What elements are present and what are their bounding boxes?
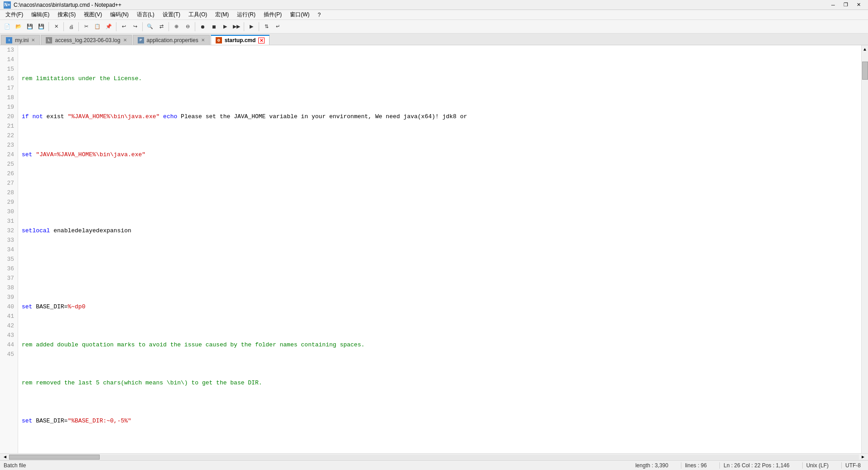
tab-application-props-label: application.properties <box>147 37 198 43</box>
app-icon: N+ <box>4 1 11 9</box>
position-status: Ln : 26 Col : 22 Pos : 1,146 <box>719 462 793 469</box>
editor-container: 13 14 15 16 17 18 19 20 21 22 23 24 25 2… <box>0 45 868 453</box>
menu-run[interactable]: 运行(R) <box>233 10 259 19</box>
tab-access-log[interactable]: L access_log.2023-06-03.log ✕ <box>41 35 131 45</box>
menu-file[interactable]: 文件(F) <box>2 10 27 19</box>
length-status: length : 3,390 <box>632 462 672 469</box>
undo-button[interactable]: ↩ <box>118 21 129 32</box>
line-14: if not exist "%JAVA_HOME%\bin\java.exe" … <box>22 112 858 121</box>
encoding-status: UTF-8 <box>841 462 864 469</box>
tab-my-ini-label: my.ini <box>15 37 29 43</box>
code-kw: if not <box>22 112 43 121</box>
window-controls[interactable]: ─ ❐ ✕ <box>827 1 864 9</box>
code-text: rem <box>22 74 36 83</box>
separator-6 <box>169 22 169 31</box>
file-type-label: Batch file <box>4 462 26 469</box>
line-19: set BASE_DIR=%~dp0 <box>22 302 858 312</box>
status-right: length : 3,390 lines : 96 Ln : 26 Col : … <box>632 462 864 469</box>
line-21: rem removed the last 5 chars(which means… <box>22 378 858 388</box>
tab-access-log-close[interactable]: ✕ <box>123 38 127 43</box>
macro-rec-button[interactable]: ⏺ <box>197 21 208 32</box>
vertical-scrollbar[interactable]: ▲ <box>861 45 868 453</box>
scroll-right-button[interactable]: ▶ <box>859 454 867 460</box>
line-13: rem limitations under the License. <box>22 74 858 83</box>
macro-run-button[interactable]: ▶▶ <box>231 21 242 32</box>
tab-my-ini-close[interactable]: ✕ <box>31 38 35 43</box>
print-button[interactable]: 🖨 <box>66 21 77 32</box>
menu-bar: 文件(F) 编辑(E) 搜索(S) 视图(V) 编码(N) 语言(L) 设置(T… <box>0 10 868 20</box>
paste-button[interactable]: 📌 <box>103 21 114 32</box>
cmd-icon: ⚙ <box>216 37 222 43</box>
props-icon: P <box>138 37 144 43</box>
scrollbar-thumb[interactable] <box>862 62 868 80</box>
menu-view[interactable]: 视图(V) <box>80 10 106 19</box>
menu-language[interactable]: 语言(L) <box>133 10 158 19</box>
word-wrap-button[interactable]: ↵ <box>272 21 283 32</box>
scroll-left-button[interactable]: ◀ <box>1 454 9 460</box>
tab-my-ini[interactable]: i my.ini ✕ <box>1 35 40 45</box>
restore-button[interactable]: ❐ <box>840 1 852 9</box>
menu-settings[interactable]: 设置(T) <box>159 10 184 19</box>
zoom-out-button[interactable]: ⊖ <box>182 21 193 32</box>
separator-8 <box>244 22 244 31</box>
title-bar-left: N+ C:\nacos\nacos\bin\startup.cmd - Note… <box>4 1 121 9</box>
menu-search[interactable]: 搜索(S) <box>54 10 79 19</box>
line-16 <box>22 188 858 197</box>
close-button[interactable]: ✕ <box>853 1 864 9</box>
menu-edit[interactable]: 编辑(E) <box>28 10 53 19</box>
line-ending-status: Unix (LF) <box>802 462 832 469</box>
separator-5 <box>142 22 143 31</box>
menu-macro[interactable]: 宏(M) <box>212 10 232 19</box>
replace-button[interactable]: ⇄ <box>156 21 167 32</box>
macro-stop-button[interactable]: ⏹ <box>208 21 219 32</box>
zoom-in-button[interactable]: ⊕ <box>171 21 182 32</box>
h-scroll-thumb[interactable] <box>9 455 100 460</box>
separator-4 <box>116 22 116 31</box>
menu-encode[interactable]: 编码(N) <box>106 10 132 19</box>
save-button[interactable]: 💾 <box>24 21 35 32</box>
title-bar: N+ C:\nacos\nacos\bin\startup.cmd - Note… <box>0 0 868 10</box>
lines-status: lines : 96 <box>681 462 710 469</box>
minimize-button[interactable]: ─ <box>827 1 839 9</box>
h-scroll-track[interactable] <box>9 455 859 460</box>
status-bar: Batch file length : 3,390 lines : 96 Ln … <box>0 460 868 470</box>
tab-bar: i my.ini ✕ L access_log.2023-06-03.log ✕… <box>0 34 868 45</box>
line-18 <box>22 264 858 273</box>
tab-application-props-close[interactable]: ✕ <box>201 38 205 43</box>
menu-plugins[interactable]: 插件(P) <box>260 10 285 19</box>
macro-play-button[interactable]: ▶ <box>220 21 231 32</box>
tab-access-log-label: access_log.2023-06-03.log <box>55 37 120 43</box>
toolbar: 📄 📂 💾 💾 ✕ 🖨 ✂ 📋 📌 ↩ ↪ 🔍 ⇄ ⊕ ⊖ ⏺ ⏹ ▶ ▶▶ ▶… <box>0 20 868 34</box>
cut-button[interactable]: ✂ <box>81 21 92 32</box>
line-numbers: 13 14 15 16 17 18 19 20 21 22 23 24 25 2… <box>0 45 18 453</box>
tab-startup-cmd-label: startup.cmd <box>225 37 256 43</box>
find-button[interactable]: 🔍 <box>145 21 155 32</box>
new-button[interactable]: 📄 <box>2 21 13 32</box>
redo-button[interactable]: ↪ <box>130 21 140 32</box>
save-all-button[interactable]: 💾 <box>36 21 47 32</box>
menu-help[interactable]: ? <box>314 10 324 19</box>
line-17: setlocal enabledelayedexpansion <box>22 226 858 235</box>
run-button[interactable]: ▶ <box>246 21 257 32</box>
tab-startup-cmd-close[interactable]: ✕ <box>258 38 265 43</box>
line-20: rem added double quotation marks to avoi… <box>22 340 858 350</box>
separator-9 <box>259 22 259 31</box>
window-title: C:\nacos\nacos\bin\startup.cmd - Notepad… <box>14 2 121 8</box>
menu-window[interactable]: 窗口(W) <box>286 10 313 19</box>
sync-scroll-button[interactable]: ⇅ <box>261 21 272 32</box>
copy-button[interactable]: 📋 <box>92 21 103 32</box>
open-button[interactable]: 📂 <box>13 21 24 32</box>
separator-1 <box>48 22 49 31</box>
separator-2 <box>63 22 64 31</box>
horizontal-scrollbar[interactable]: ◀ ▶ <box>0 453 868 460</box>
scroll-up-button[interactable]: ▲ <box>862 45 868 53</box>
tab-application-props[interactable]: P application.properties ✕ <box>133 35 210 45</box>
tab-startup-cmd[interactable]: ⚙ startup.cmd ✕ <box>211 35 270 45</box>
code-editor[interactable]: rem limitations under the License. if no… <box>18 45 861 453</box>
separator-3 <box>78 22 79 31</box>
close-button-tb[interactable]: ✕ <box>51 21 62 32</box>
menu-tools[interactable]: 工具(O) <box>185 10 211 19</box>
line-15: set "JAVA=%JAVA_HOME%\bin\java.exe" <box>22 150 858 159</box>
ini-icon: i <box>6 37 12 43</box>
file-type-status: Batch file <box>4 462 26 469</box>
